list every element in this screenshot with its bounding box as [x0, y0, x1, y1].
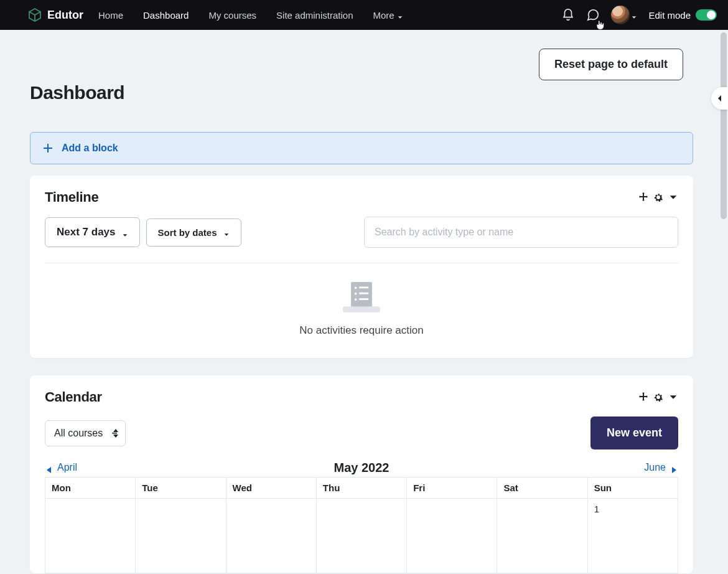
calendar-title: Calendar — [45, 389, 102, 405]
select-sort-icon — [113, 429, 119, 438]
reset-page-button[interactable]: Reset page to default — [539, 49, 683, 80]
move-icon[interactable] — [638, 392, 648, 402]
page-body: Reset page to default Dashboard Add a bl… — [0, 30, 728, 573]
weekday-tue: Tue — [136, 478, 226, 499]
svg-rect-5 — [343, 306, 380, 312]
weekday-fri: Fri — [407, 478, 497, 499]
page-title: Dashboard — [30, 82, 693, 103]
timeline-title: Timeline — [45, 189, 98, 205]
calendar-table: Mon Tue Wed Thu Fri Sat Sun 1 — [45, 477, 678, 573]
nav-siteadmin[interactable]: Site administration — [275, 2, 354, 28]
svg-rect-4 — [351, 282, 372, 309]
messages-icon[interactable] — [586, 8, 600, 22]
chevron-down-icon — [397, 12, 403, 18]
nav-more-label: More — [373, 10, 394, 21]
svg-rect-11 — [359, 298, 368, 300]
edit-mode-toggle[interactable] — [696, 9, 717, 21]
weekday-mon: Mon — [45, 478, 136, 499]
chevron-down-icon — [631, 12, 637, 18]
weekday-wed: Wed — [226, 478, 316, 499]
chevron-down-icon — [223, 229, 230, 235]
calendar-current-month: May 2022 — [334, 461, 390, 475]
weekday-sun: Sun — [587, 478, 678, 499]
calendar-prev-label: April — [57, 462, 77, 473]
svg-point-6 — [355, 286, 357, 289]
calendar-card: Calendar All courses New event — [30, 375, 693, 573]
svg-rect-3 — [44, 148, 52, 149]
nav-links: Home Dashboard My courses Site administr… — [97, 2, 404, 28]
calendar-cell[interactable] — [497, 499, 587, 573]
empty-list-icon — [343, 281, 380, 313]
nav-more[interactable]: More — [372, 2, 404, 28]
svg-rect-7 — [359, 286, 368, 288]
timeline-range-dropdown[interactable]: Next 7 days — [45, 217, 140, 247]
edit-mode: Edit mode — [648, 9, 717, 21]
timeline-sort-label: Sort by dates — [158, 227, 217, 238]
nav-mycourses[interactable]: My courses — [207, 2, 258, 28]
brand-name: Edutor — [47, 9, 83, 22]
notifications-icon[interactable] — [561, 8, 575, 22]
svg-rect-9 — [359, 293, 368, 294]
timeline-card: Timeline Next 7 days So — [30, 176, 693, 358]
triangle-right-icon — [671, 464, 677, 471]
avatar — [611, 6, 630, 24]
weekday-thu: Thu — [316, 478, 406, 499]
new-event-button[interactable]: New event — [590, 416, 678, 449]
svg-point-8 — [355, 293, 357, 295]
timeline-controls — [638, 192, 678, 202]
calendar-prev-month[interactable]: April — [46, 462, 77, 473]
calendar-cell[interactable] — [45, 499, 136, 573]
timeline-empty-text: No activities require action — [299, 324, 423, 337]
brand-logo-icon — [27, 7, 42, 22]
timeline-sort-dropdown[interactable]: Sort by dates — [146, 219, 241, 247]
gear-icon[interactable] — [653, 392, 663, 402]
calendar-cell[interactable] — [407, 499, 497, 573]
timeline-empty-state: No activities require action — [45, 281, 678, 341]
user-menu[interactable] — [611, 6, 637, 24]
calendar-next-label: June — [644, 462, 666, 473]
nav-home[interactable]: Home — [97, 2, 124, 28]
add-block-button[interactable]: Add a block — [30, 132, 693, 164]
plus-icon — [43, 143, 53, 153]
calendar-course-select[interactable]: All courses — [45, 420, 126, 446]
calendar-cell[interactable] — [226, 499, 316, 573]
timeline-search-input[interactable] — [364, 217, 678, 248]
add-block-label: Add a block — [62, 143, 118, 154]
edit-mode-label: Edit mode — [648, 10, 691, 21]
calendar-cell[interactable]: 1 — [587, 499, 678, 573]
move-icon[interactable] — [638, 192, 648, 202]
brand[interactable]: Edutor — [27, 7, 83, 22]
top-navbar: Edutor Home Dashboard My courses Site ad… — [0, 0, 728, 30]
calendar-controls — [638, 392, 678, 402]
chevron-down-icon[interactable] — [668, 392, 678, 402]
triangle-left-icon — [46, 464, 52, 471]
calendar-cell[interactable] — [316, 499, 406, 573]
svg-point-10 — [355, 298, 357, 301]
chevron-down-icon — [122, 229, 128, 235]
calendar-cell[interactable] — [136, 499, 226, 573]
weekday-sat: Sat — [497, 478, 587, 499]
calendar-course-label: All courses — [54, 428, 103, 438]
nav-dashboard[interactable]: Dashboard — [142, 2, 190, 28]
timeline-range-label: Next 7 days — [57, 226, 116, 238]
nav-right: Edit mode — [561, 6, 717, 24]
divider — [45, 263, 678, 263]
calendar-next-month[interactable]: June — [644, 462, 677, 473]
chevron-down-icon[interactable] — [668, 192, 678, 202]
gear-icon[interactable] — [653, 192, 663, 202]
